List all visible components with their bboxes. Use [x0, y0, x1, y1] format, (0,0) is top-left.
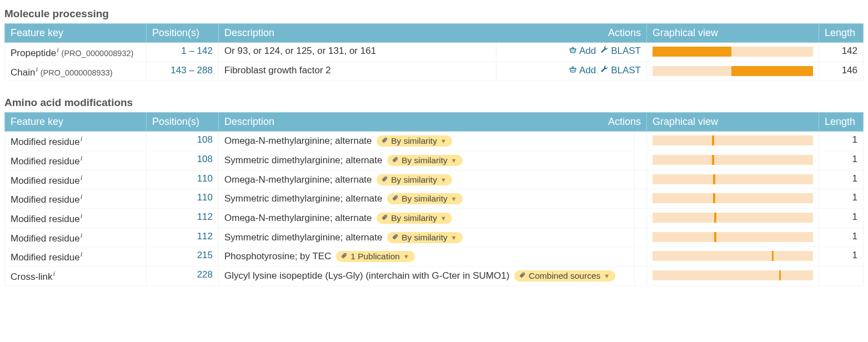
- section-title: Amino acid modifications: [4, 97, 864, 109]
- tag-icon: [340, 252, 347, 261]
- evidence-label: By similarity: [391, 136, 437, 146]
- graphical-track[interactable]: [653, 66, 813, 76]
- graphical-track[interactable]: [653, 270, 813, 280]
- graphical-track[interactable]: [653, 174, 813, 184]
- evidence-pill[interactable]: By similarity▼: [377, 174, 452, 185]
- evidence-label: By similarity: [402, 155, 448, 165]
- graphical-segment: [713, 174, 715, 184]
- graphical-segment: [772, 251, 774, 261]
- info-icon[interactable]: i: [81, 173, 83, 182]
- basket-icon: [569, 46, 577, 57]
- graphical-track[interactable]: [653, 251, 813, 261]
- description-text: Or 93, or 124, or 125, or 131, or 161: [224, 46, 376, 56]
- basket-icon: [569, 65, 577, 76]
- graphical-segment: [731, 66, 813, 76]
- positions-value[interactable]: 228: [147, 266, 219, 285]
- length-value: 1: [819, 170, 864, 189]
- hdr-positions: Position(s): [147, 24, 219, 43]
- positions-value[interactable]: 1 – 142: [147, 43, 219, 62]
- positions-value[interactable]: 110: [147, 189, 219, 209]
- info-icon[interactable]: i: [81, 134, 83, 143]
- blast-button[interactable]: BLAST: [600, 46, 641, 57]
- description-text: Phosphotyrosine; by TEC: [224, 251, 331, 261]
- info-icon[interactable]: i: [81, 212, 83, 220]
- tag-icon: [519, 271, 525, 281]
- evidence-pill[interactable]: By similarity▼: [387, 232, 463, 243]
- chevron-down-icon: ▼: [440, 215, 446, 222]
- graphical-track[interactable]: [653, 232, 813, 242]
- graphical-track[interactable]: [653, 193, 813, 203]
- graphical-segment: [779, 270, 781, 280]
- table-row: Modified residuei112Symmetric dimethylar…: [5, 228, 864, 247]
- feature-table: Feature keyPosition(s)DescriptionActions…: [4, 112, 864, 285]
- info-icon[interactable]: i: [36, 65, 38, 73]
- positions-value[interactable]: 143 – 288: [147, 62, 219, 81]
- feature-table: Feature keyPosition(s)DescriptionActions…: [4, 23, 864, 81]
- wrench-icon: [600, 46, 609, 57]
- description-text: Omega-N-methylarginine; alternate: [224, 135, 372, 146]
- evidence-pill[interactable]: 1 Publication▼: [336, 251, 415, 262]
- positions-value[interactable]: 110: [147, 170, 219, 189]
- feature-id: (PRO_0000008933): [41, 68, 113, 77]
- feature-type-link[interactable]: Modified residue: [11, 233, 80, 243]
- positions-value[interactable]: 112: [147, 228, 219, 247]
- description-cell: Fibroblast growth factor 2: [219, 62, 496, 81]
- feature-type-link[interactable]: Modified residue: [11, 156, 80, 167]
- evidence-label: By similarity: [402, 194, 448, 204]
- blast-button[interactable]: BLAST: [600, 65, 641, 76]
- graphical-track[interactable]: [653, 47, 813, 57]
- graphical-track[interactable]: [653, 213, 813, 223]
- description-cell: Omega-N-methylarginine; alternate By sim…: [219, 170, 635, 189]
- table-row: Modified residuei110Omega-N-methylargini…: [5, 170, 864, 189]
- description-text: Omega-N-methylarginine; alternate: [224, 174, 372, 185]
- table-row: Modified residuei110Symmetric dimethylar…: [5, 189, 864, 209]
- evidence-label: By similarity: [391, 175, 437, 185]
- info-icon[interactable]: i: [57, 46, 59, 54]
- hdr-actions: Actions: [608, 116, 641, 128]
- graphical-track[interactable]: [653, 135, 813, 145]
- info-icon[interactable]: i: [81, 154, 83, 162]
- positions-value[interactable]: 215: [147, 247, 219, 266]
- chevron-down-icon: ▼: [604, 273, 610, 279]
- length-value: 1: [819, 228, 864, 247]
- graphical-segment: [653, 47, 731, 57]
- length-value: 146: [819, 62, 864, 81]
- feature-type-link[interactable]: Chain: [11, 67, 35, 77]
- feature-type-link[interactable]: Modified residue: [11, 137, 80, 147]
- evidence-pill[interactable]: By similarity▼: [387, 193, 463, 204]
- positions-value[interactable]: 112: [147, 208, 219, 228]
- hdr-length: Length: [819, 113, 864, 132]
- blast-label: BLAST: [611, 46, 641, 57]
- evidence-pill[interactable]: By similarity▼: [387, 155, 463, 166]
- hdr-actions: Actions: [608, 27, 641, 39]
- length-value: 142: [819, 43, 864, 62]
- feature-type-link[interactable]: Propeptide: [11, 48, 56, 58]
- feature-type-link[interactable]: Modified residue: [11, 214, 80, 224]
- graphical-segment: [713, 193, 715, 203]
- feature-type-link[interactable]: Modified residue: [11, 252, 80, 263]
- info-icon[interactable]: i: [53, 269, 56, 278]
- positions-value[interactable]: 108: [147, 132, 219, 151]
- blast-label: BLAST: [611, 65, 641, 76]
- feature-type-link[interactable]: Modified residue: [11, 175, 80, 185]
- positions-value[interactable]: 108: [147, 150, 219, 170]
- feature-type-link[interactable]: Cross-link: [11, 271, 53, 282]
- evidence-pill[interactable]: By similarity▼: [377, 213, 452, 224]
- add-button[interactable]: Add: [569, 46, 596, 57]
- evidence-pill[interactable]: Combined sources▼: [514, 270, 615, 281]
- feature-type-link[interactable]: Modified residue: [11, 194, 80, 205]
- evidence-label: By similarity: [402, 233, 448, 243]
- tag-icon: [392, 155, 398, 165]
- graphical-segment: [712, 155, 714, 165]
- wrench-icon: [600, 65, 609, 76]
- add-button[interactable]: Add: [569, 65, 596, 76]
- graphical-track[interactable]: [653, 155, 813, 165]
- info-icon[interactable]: i: [81, 250, 83, 258]
- evidence-pill[interactable]: By similarity▼: [377, 135, 452, 147]
- table-row: Modified residuei215Phosphotyrosine; by …: [5, 247, 864, 266]
- info-icon[interactable]: i: [81, 192, 83, 200]
- chevron-down-icon: ▼: [403, 253, 409, 260]
- hdr-graphical-view: Graphical view: [647, 113, 819, 132]
- info-icon[interactable]: i: [81, 231, 83, 239]
- table-row: Modified residuei108Symmetric dimethylar…: [5, 150, 864, 170]
